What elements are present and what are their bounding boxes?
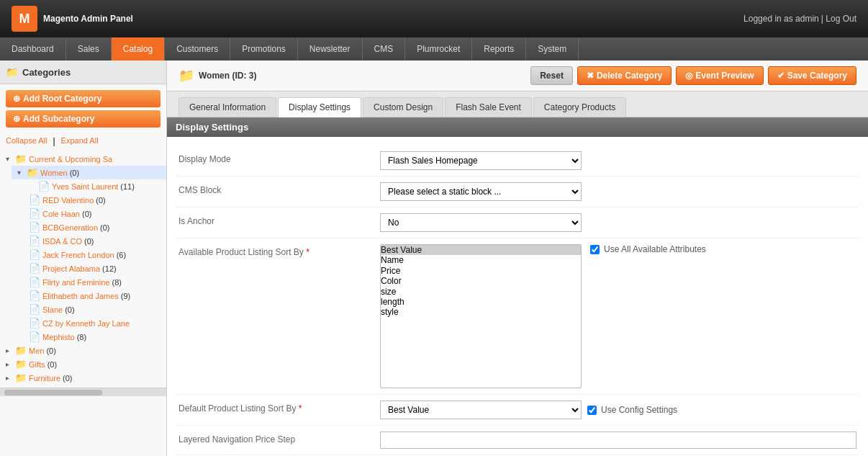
use-config-sort-checkbox[interactable] bbox=[587, 406, 597, 415]
available-sort-row: Available Product Listing Sort By * Best… bbox=[176, 238, 859, 395]
label-flirty[interactable]: Flirty and Feminine bbox=[42, 278, 110, 287]
ei-gifts: ▸ bbox=[6, 360, 13, 368]
tabs: General Information Display Settings Cus… bbox=[167, 91, 868, 117]
add-root-category-button[interactable]: ⊕ Add Root Category bbox=[6, 90, 161, 107]
fi2: 📄 bbox=[29, 195, 40, 205]
tree-item-yves[interactable]: 📄 Yves Saint Laurent (11) bbox=[23, 179, 166, 193]
content-header: 📁 Women (ID: 3) Reset ✖ Delete Category … bbox=[167, 61, 868, 91]
cms-block-select[interactable]: Please select a static block ... bbox=[380, 182, 582, 201]
sidebar-scrollbar[interactable] bbox=[0, 388, 166, 396]
tree-item-bcb[interactable]: 📄 BCBGeneration (0) bbox=[23, 220, 166, 234]
default-sort-label: Default Product Listing Sort By * bbox=[178, 401, 380, 413]
label-mephisto[interactable]: Mephisto bbox=[42, 333, 75, 341]
nav-promotions[interactable]: Promotions bbox=[230, 37, 298, 61]
fi10: 📄 bbox=[29, 304, 40, 315]
is-anchor-select[interactable]: Yes No bbox=[380, 213, 582, 232]
tree-item-root[interactable]: ▾ 📁 Current & Upcoming Sa bbox=[0, 152, 166, 166]
add-subcategory-button[interactable]: ⊕ Add Subcategory bbox=[6, 110, 161, 128]
use-all-attrs-label[interactable]: Use All Available Attributes bbox=[590, 244, 706, 254]
nav-cms[interactable]: CMS bbox=[363, 37, 406, 61]
fi-furniture: 📁 bbox=[15, 372, 27, 383]
tree-item-mephisto[interactable]: 📄 Mephisto (8) bbox=[23, 330, 166, 344]
tree-item-project[interactable]: 📄 Project Alabama (12) bbox=[23, 261, 166, 275]
label-cole[interactable]: Cole Haan bbox=[42, 210, 80, 218]
elith-count: (9) bbox=[121, 292, 130, 300]
tab-display-settings[interactable]: Display Settings bbox=[278, 97, 361, 117]
tab-custom-design[interactable]: Custom Design bbox=[363, 97, 443, 117]
label-men[interactable]: Men bbox=[29, 347, 44, 355]
fi6: 📄 bbox=[29, 249, 40, 260]
section-header: Display Settings bbox=[167, 117, 868, 137]
available-sort-label-text: Available Product Listing Sort By bbox=[178, 247, 304, 257]
use-all-attrs-checkbox[interactable] bbox=[590, 245, 600, 254]
use-config-sort-label[interactable]: Use Config Settings bbox=[587, 405, 677, 415]
tab-category-products[interactable]: Category Products bbox=[533, 97, 626, 117]
label-cz[interactable]: CZ by Kenneth Jay Lane bbox=[42, 319, 130, 328]
tree-item-isda[interactable]: 📄 ISDA & CO (0) bbox=[23, 234, 166, 248]
tree-item-slane[interactable]: 📄 Slane (0) bbox=[23, 303, 166, 316]
header-buttons: Reset ✖ Delete Category ◎ Event Preview … bbox=[530, 66, 856, 85]
nav-system[interactable]: System bbox=[526, 37, 579, 61]
delete-category-button[interactable]: ✖ Delete Category bbox=[577, 66, 672, 85]
default-sort-select[interactable]: Best Value Name Price bbox=[380, 401, 582, 419]
available-sort-listbox[interactable]: Best Value Name Price Color size length … bbox=[380, 244, 582, 388]
nav-plumrocket[interactable]: Plumrocket bbox=[405, 37, 472, 61]
plus-icon-2: ⊕ bbox=[13, 114, 20, 124]
tree-item-elith[interactable]: 📄 Elithabeth and James (9) bbox=[23, 289, 166, 303]
sidebar: 📁 Categories ⊕ Add Root Category ⊕ Add S… bbox=[0, 61, 167, 456]
isda-count: (0) bbox=[84, 237, 94, 246]
ei-furniture: ▸ bbox=[6, 374, 13, 382]
is-anchor-label: Is Anchor bbox=[178, 213, 380, 226]
tree-item-flirty[interactable]: 📄 Flirty and Feminine (8) bbox=[23, 275, 166, 289]
nav-dashboard[interactable]: Dashboard bbox=[0, 37, 66, 61]
fi12: 📄 bbox=[29, 331, 40, 342]
link-separator: | bbox=[53, 136, 55, 146]
label-red[interactable]: RED Valentino bbox=[42, 196, 94, 205]
label-elith[interactable]: Elithabeth and James bbox=[42, 292, 119, 300]
label-jack[interactable]: Jack French London bbox=[42, 251, 114, 259]
furniture-count: (0) bbox=[63, 374, 72, 383]
display-mode-select[interactable]: Flash Sales Homepage Products Only Stati… bbox=[380, 151, 582, 170]
nav-newsletter[interactable]: Newsletter bbox=[298, 37, 363, 61]
tree-item-cz[interactable]: 📄 CZ by Kenneth Jay Lane bbox=[23, 316, 166, 330]
collapse-all-link[interactable]: Collapse All bbox=[6, 136, 47, 146]
tree-item-furniture[interactable]: ▸ 📁 Furniture (0) bbox=[0, 371, 166, 385]
men-count: (0) bbox=[46, 347, 55, 355]
nav-customers[interactable]: Customers bbox=[165, 37, 230, 61]
label-project[interactable]: Project Alabama bbox=[42, 264, 100, 273]
tree-label-women[interactable]: Women bbox=[40, 169, 68, 177]
is-anchor-control: Yes No bbox=[380, 213, 856, 232]
fi11: 📄 bbox=[29, 318, 40, 328]
tree-item-jack[interactable]: 📄 Jack French London (6) bbox=[23, 248, 166, 261]
save-category-button[interactable]: ✔ Save Category bbox=[768, 66, 856, 85]
required-star-2: * bbox=[299, 403, 302, 413]
tree-item-cole[interactable]: 📄 Cole Haan (0) bbox=[23, 207, 166, 220]
tree-item-women[interactable]: ▾ 📁 Women (0) bbox=[12, 166, 166, 179]
tab-general-information[interactable]: General Information bbox=[178, 97, 276, 117]
nav-reports[interactable]: Reports bbox=[472, 37, 526, 61]
label-yves[interactable]: Yves Saint Laurent bbox=[52, 182, 118, 191]
label-isda[interactable]: ISDA & CO bbox=[42, 237, 82, 246]
expand-all-link[interactable]: Expand All bbox=[61, 136, 99, 146]
add-sub-label: Add Subcategory bbox=[23, 114, 94, 124]
layered-nav-input[interactable] bbox=[380, 432, 856, 449]
reset-button[interactable]: Reset bbox=[530, 66, 573, 85]
label-gifts[interactable]: Gifts bbox=[29, 360, 45, 369]
tab-flash-sale-event[interactable]: Flash Sale Event bbox=[445, 97, 532, 117]
tree-item-red[interactable]: 📄 RED Valentino (0) bbox=[23, 193, 166, 207]
cms-block-row: CMS Block Please select a static block .… bbox=[176, 176, 859, 207]
app-header: M Magento Admin Panel Logged in as admin… bbox=[0, 0, 868, 37]
layered-nav-control bbox=[380, 432, 856, 449]
label-furniture[interactable]: Furniture bbox=[29, 374, 60, 383]
tree-item-men[interactable]: ▸ 📁 Men (0) bbox=[0, 344, 166, 357]
label-bcb[interactable]: BCBGeneration bbox=[42, 223, 98, 232]
tree-label-current[interactable]: Current & Upcoming Sa bbox=[29, 155, 112, 164]
delete-icon: ✖ bbox=[587, 71, 594, 81]
event-preview-button[interactable]: ◎ Event Preview bbox=[676, 66, 763, 85]
display-settings-section: Display Settings Display Mode Flash Sale… bbox=[167, 117, 868, 456]
logout-link[interactable]: Log Out bbox=[826, 14, 856, 24]
tree-item-gifts[interactable]: ▸ 📁 Gifts (0) bbox=[0, 357, 166, 371]
nav-catalog[interactable]: Catalog bbox=[112, 37, 165, 61]
label-slane[interactable]: Slane bbox=[42, 305, 63, 314]
nav-sales[interactable]: Sales bbox=[66, 37, 112, 61]
